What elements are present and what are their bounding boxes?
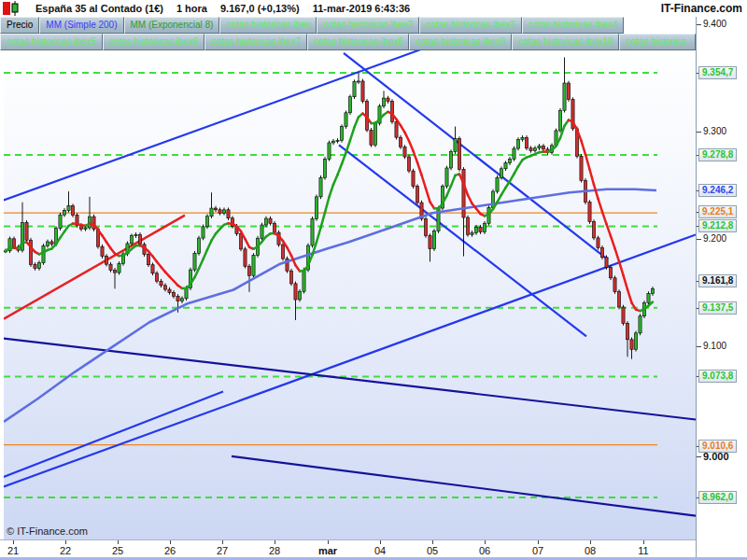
time-axis-label: 21: [0, 545, 27, 556]
candlestick-chart[interactable]: [4, 50, 696, 539]
price-axis-label: 9.300: [703, 126, 726, 136]
price-axis-tick: [697, 456, 701, 457]
indicator-tabs-row-1: PrecioMM (Simple 200)MM (Exponencial 8)c…: [0, 17, 696, 34]
title-bar: España 35 al Contado (1€) 1 hora 9.167,0…: [0, 0, 747, 17]
indicator-tab-b-2[interactable]: cotas historicas ibex6: [103, 34, 205, 50]
price-axis-tick: [697, 346, 701, 347]
price-axis-label: 9.400: [703, 19, 726, 29]
time-axis-label: 04: [366, 545, 394, 556]
indicator-tab-5[interactable]: cotas historicas ibex2: [317, 17, 419, 34]
time-axis-label: 27: [208, 545, 236, 556]
price-axis[interactable]: 9.4009.3009.2009.1009.0009.354,79.278,89…: [697, 17, 747, 557]
ma-200-line: [4, 189, 656, 422]
indicator-tab-4[interactable]: cotas historicas ibex: [219, 17, 317, 34]
time-axis-tick: [65, 540, 66, 544]
red-trend-line: [4, 216, 185, 319]
indicator-tab-2[interactable]: MM (Simple 200): [39, 17, 123, 34]
time-axis-tick: [643, 540, 644, 544]
time-axis[interactable]: 212225262728mar040506070811: [0, 539, 696, 558]
price-axis-label: 9.100: [703, 341, 726, 351]
instrument-name: España 35 al Contado (1€): [35, 3, 163, 14]
price-axis-label: 9.200: [703, 233, 726, 244]
datetime-label: 11-mar-2019 6:43:36: [313, 3, 411, 14]
chart-window: España 35 al Contado (1€) 1 hora 9.167,0…: [0, 0, 747, 560]
price-level-badge: 9.212,8: [698, 219, 737, 232]
price-level-badge: 9.354,7: [698, 66, 737, 79]
time-axis-label: 26: [156, 545, 184, 556]
indicator-tab-3[interactable]: MM (Exponencial 8): [124, 17, 220, 34]
blue-trend-line: [4, 391, 223, 477]
blue-trend-line: [4, 234, 696, 486]
indicator-tab-7[interactable]: cotas historicas ibex4: [522, 17, 625, 34]
time-axis-tick: [275, 540, 275, 544]
time-axis-label: 05: [418, 545, 446, 556]
time-axis-tick: [432, 540, 433, 544]
timeframe-label: 1 hora: [176, 3, 207, 14]
price-level-badge: 9.137,5: [698, 301, 737, 315]
navy-trend-line: [232, 456, 696, 516]
price-chart-plot[interactable]: © IT-Finance.com: [4, 50, 696, 539]
time-axis-label: 22: [51, 545, 79, 556]
indicator-tab-b-7[interactable]: cotas historica: [619, 34, 696, 50]
indicator-tab-b-1[interactable]: cotas historicas ibex5: [0, 34, 103, 50]
quote-change: 9.167,0 (+0,13%): [220, 3, 300, 14]
indicator-tab-b-6[interactable]: cotas historicas ibex10: [512, 34, 619, 50]
indicator-tab-6[interactable]: cotas historicas ibex3: [419, 17, 522, 34]
price-level-badge: 8.962,0: [698, 491, 737, 504]
price-level-badge: 9.161,8: [698, 274, 737, 287]
price-level-badge: 9.010,6: [698, 440, 737, 453]
price-level-badge: 9.246,2: [698, 184, 737, 197]
indicator-tab-b-3[interactable]: cotas historicas ibex7: [204, 34, 307, 50]
copyright-watermark: © IT-Finance.com: [7, 525, 88, 537]
time-axis-label: 07: [524, 545, 552, 556]
time-axis-label: mar: [314, 545, 342, 556]
price-level-badge: 9.278,8: [698, 148, 737, 161]
time-axis-tick: [222, 540, 223, 544]
price-axis-tick: [697, 24, 701, 25]
indicator-tab-b-4[interactable]: cotas historicas ibex8: [307, 34, 410, 50]
time-axis-tick: [118, 540, 119, 544]
price-level-badge: 9.073,8: [698, 370, 737, 383]
candlestick-logo-icon: [2, 1, 22, 16]
time-axis-tick: [380, 540, 381, 544]
time-axis-tick: [485, 540, 486, 544]
time-axis-tick: [538, 540, 539, 544]
time-axis-label: 11: [629, 545, 657, 556]
time-axis-label: 28: [261, 545, 289, 556]
price-level-badge: 9.225,1: [698, 205, 737, 218]
indicator-tabs-row-2: cotas historicas ibex5cotas historicas i…: [0, 34, 696, 50]
indicator-tab-b-5[interactable]: cotas historicas ibex9: [409, 34, 512, 50]
time-axis-label: 06: [471, 545, 499, 556]
time-axis-tick: [170, 540, 171, 544]
price-axis-tick: [697, 239, 701, 240]
price-axis-tick: [697, 132, 701, 133]
time-axis-tick: [13, 540, 14, 544]
time-axis-tick: [590, 540, 591, 544]
time-axis-label: 08: [576, 545, 604, 556]
brand-label: IT-Finance.com: [661, 2, 742, 15]
time-axis-tick: [328, 540, 329, 544]
indicator-tab-1[interactable]: Precio: [0, 17, 39, 34]
time-axis-label: 25: [104, 545, 132, 556]
